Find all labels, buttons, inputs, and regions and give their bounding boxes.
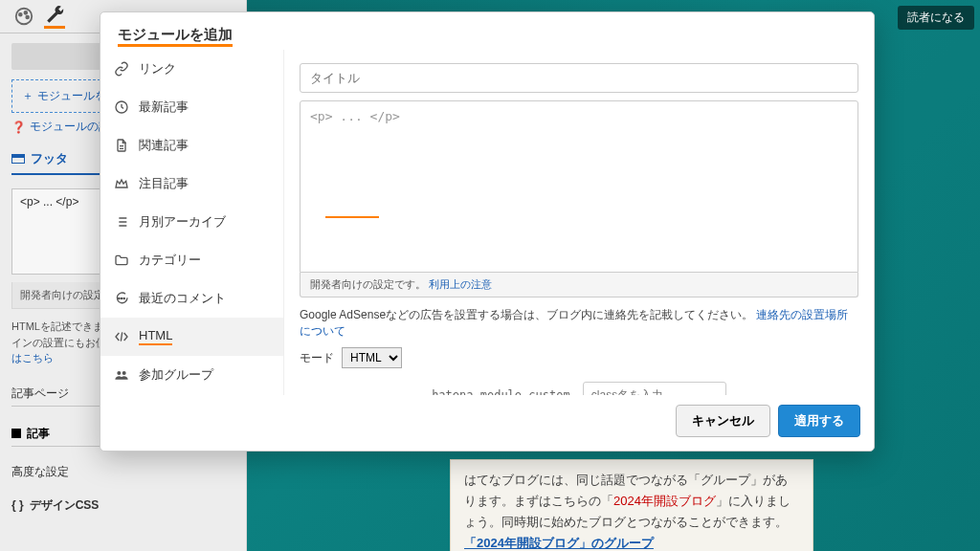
svg-point-7 — [123, 298, 124, 298]
crown-icon — [114, 176, 129, 191]
module-item-label: 月別アーカイブ — [139, 213, 226, 231]
module-item-comments[interactable]: 最近のコメント — [100, 279, 283, 318]
modal-footer: キャンセル 適用する — [100, 395, 874, 451]
svg-point-6 — [121, 298, 122, 298]
module-config-pane: 開発者向けの設定です。 利用上の注意 Google AdSenseなどの広告を設… — [284, 50, 874, 395]
class-name-row: hatena-module-custom- — [300, 382, 858, 395]
module-item-label: 最近のコメント — [139, 290, 226, 307]
class-prefix-label: hatena-module-custom- — [432, 388, 577, 395]
module-item-label: カテゴリー — [139, 252, 201, 269]
module-item-groups[interactable]: 参加グループ — [100, 356, 283, 394]
module-item-featured[interactable]: 注目記事 — [100, 165, 283, 203]
module-item-html[interactable]: HTML — [100, 318, 283, 356]
apply-button[interactable]: 適用する — [778, 405, 860, 437]
module-item-label: 最新記事 — [139, 99, 189, 116]
adsense-note: Google AdSenseなどの広告を設置する場合は、ブログ内に連絡先を記載し… — [300, 307, 858, 340]
module-item-category[interactable]: カテゴリー — [100, 241, 283, 279]
modal-title: モジュールを追加 — [100, 12, 874, 50]
module-title-input[interactable] — [300, 63, 858, 93]
code-icon — [114, 329, 129, 344]
add-module-modal: モジュールを追加 リンク 最新記事 関連記事 注目記事 月別アーカイブ — [100, 11, 875, 452]
document-icon — [114, 138, 129, 153]
svg-point-5 — [119, 298, 120, 298]
list-icon — [114, 214, 129, 230]
module-item-archive[interactable]: 月別アーカイブ — [100, 203, 283, 241]
module-item-related[interactable]: 関連記事 — [100, 126, 283, 165]
clock-icon — [114, 99, 129, 115]
module-type-list: リンク 最新記事 関連記事 注目記事 月別アーカイブ カテゴリー — [100, 50, 284, 395]
module-item-label: 関連記事 — [139, 137, 189, 154]
comment-icon — [114, 291, 129, 306]
mode-select[interactable]: HTML — [342, 347, 402, 368]
dev-settings-note: 開発者向けの設定です。 利用上の注意 — [300, 273, 858, 298]
folder-icon — [114, 253, 129, 268]
module-item-label: 参加グループ — [139, 366, 213, 384]
usage-notes-link[interactable]: 利用上の注意 — [429, 278, 492, 290]
module-html-textarea[interactable] — [300, 100, 858, 273]
module-item-label: リンク — [139, 60, 176, 77]
svg-point-8 — [117, 371, 121, 375]
mode-row: モード HTML — [300, 347, 858, 368]
module-item-link[interactable]: リンク — [100, 50, 283, 88]
mode-label: モード — [300, 350, 334, 366]
class-name-input[interactable] — [583, 382, 726, 395]
module-item-recent[interactable]: 最新記事 — [100, 88, 283, 126]
cancel-button[interactable]: キャンセル — [676, 405, 770, 437]
svg-point-9 — [122, 371, 126, 375]
group-icon — [114, 367, 129, 383]
module-item-label: 注目記事 — [139, 175, 189, 192]
module-item-label: HTML — [139, 328, 172, 345]
link-icon — [114, 61, 129, 77]
